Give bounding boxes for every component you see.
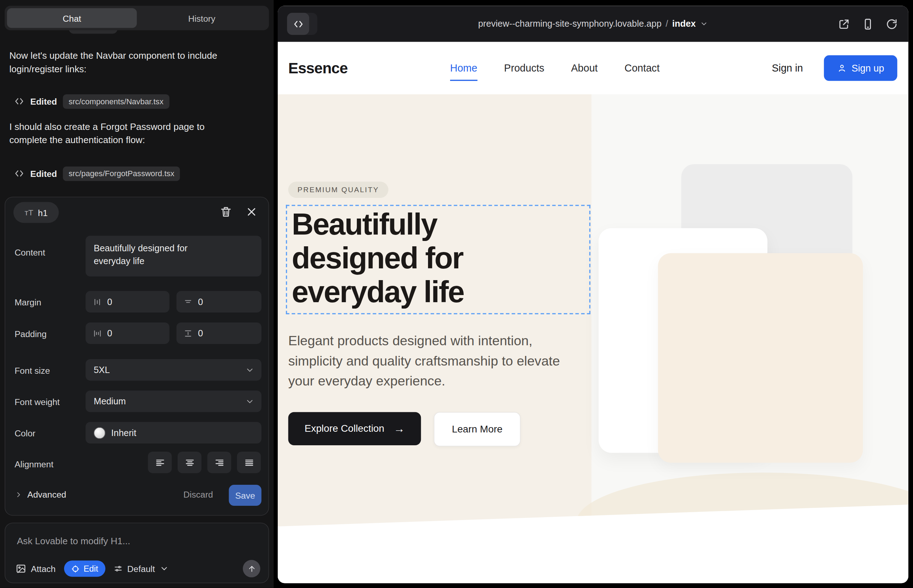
chat-message: Now let's update the Navbar component to…	[9, 49, 226, 76]
margin-vertical-icon	[183, 297, 193, 307]
selected-h1-outline[interactable]: Beautifully designed for everyday life	[286, 205, 590, 314]
save-button[interactable]: Save	[229, 485, 262, 506]
content-input[interactable]: Beautifully designed for everyday life	[86, 236, 261, 276]
margin-x-value: 0	[107, 297, 112, 307]
font-weight-value: Medium	[94, 396, 126, 407]
margin-x-input[interactable]: 0	[86, 291, 169, 313]
color-label: Color	[15, 428, 36, 438]
padding-y-value: 0	[198, 328, 203, 338]
hero-wave-shape	[576, 473, 908, 572]
sign-up-button[interactable]: Sign up	[824, 55, 897, 81]
refresh-icon[interactable]	[885, 18, 898, 30]
hero-cta-row: Explore Collection → Learn More	[288, 412, 520, 446]
advanced-label: Advanced	[28, 489, 66, 499]
content-value: Beautifully designed for everyday life	[94, 242, 217, 268]
align-left-button[interactable]	[148, 452, 172, 473]
padding-label: Padding	[15, 329, 47, 339]
edited-file-row: Edited src/components/Navbar.tsx	[14, 93, 169, 110]
chevron-right-icon	[15, 491, 23, 499]
nav-link-products[interactable]: Products	[504, 62, 544, 74]
code-icon	[14, 96, 24, 107]
padding-x-value: 0	[107, 328, 112, 338]
align-right-button[interactable]	[207, 452, 231, 473]
discard-button[interactable]: Discard	[183, 489, 213, 499]
padding-horizontal-icon	[92, 328, 102, 338]
explore-collection-button[interactable]: Explore Collection →	[288, 412, 421, 445]
hero-heading[interactable]: Beautifully designed for everyday life	[287, 206, 547, 310]
nav-link-home[interactable]: Home	[450, 62, 477, 81]
text-style-icon: тT	[24, 208, 33, 217]
tab-chat[interactable]: Chat	[7, 8, 137, 28]
nav-link-contact[interactable]: Contact	[625, 62, 660, 74]
font-size-value: 5XL	[94, 365, 110, 375]
advanced-toggle[interactable]: Advanced	[15, 489, 66, 499]
padding-x-input[interactable]: 0	[86, 323, 169, 344]
app-root: Chat History Now let's update the Navbar…	[0, 0, 913, 588]
composer-input[interactable]: Ask Lovable to modify H1...	[17, 536, 130, 546]
sign-up-label: Sign up	[852, 63, 884, 74]
chevron-down-icon	[160, 564, 169, 573]
nav-auth-actions: Sign in Sign up	[772, 42, 897, 94]
selected-element-pill[interactable]: тT h1	[13, 202, 59, 223]
color-value: Inherit	[111, 428, 136, 438]
explore-collection-label: Explore Collection	[304, 423, 384, 435]
chat-composer: Ask Lovable to modify H1... Attach Edit …	[5, 522, 269, 583]
code-view-button[interactable]	[287, 13, 309, 35]
align-justify-button[interactable]	[237, 452, 261, 473]
attach-label: Attach	[31, 564, 56, 574]
delete-element-button[interactable]	[219, 205, 232, 218]
site-logo[interactable]: Essence	[288, 42, 348, 94]
browser-actions	[838, 6, 898, 42]
send-button[interactable]	[243, 560, 260, 577]
site-navbar: Essence Home Products About Contact Sign…	[278, 42, 908, 94]
url-separator: /	[665, 18, 668, 29]
edited-label: Edited	[30, 97, 57, 107]
decor-card-cream	[658, 253, 863, 463]
url-breadcrumb[interactable]: preview--charming-site-symphony.lovable.…	[278, 18, 908, 29]
hero-badge: PREMIUM QUALITY	[288, 181, 388, 198]
margin-y-value: 0	[198, 297, 203, 307]
edited-label: Edited	[30, 168, 57, 178]
chevron-down-icon	[245, 365, 254, 375]
arrow-up-icon	[247, 564, 256, 573]
element-tag-label: h1	[38, 207, 48, 218]
route-name: index	[672, 18, 696, 29]
alignment-label: Alignment	[15, 459, 53, 469]
panel-tabs: Chat History	[5, 6, 269, 30]
learn-more-button[interactable]: Learn More	[434, 412, 521, 446]
file-chip[interactable]: src/components/Navbar.tsx	[63, 94, 169, 108]
site-page: Essence Home Products About Contact Sign…	[278, 42, 908, 583]
sign-in-link[interactable]: Sign in	[772, 62, 803, 74]
chevron-down-icon	[245, 396, 254, 406]
image-icon	[16, 564, 26, 574]
font-weight-label: Font weight	[15, 397, 60, 407]
attach-button[interactable]: Attach	[16, 564, 55, 574]
preview-url: preview--charming-site-symphony.lovable.…	[478, 18, 662, 29]
open-external-icon[interactable]	[838, 18, 850, 30]
preview-browser: preview--charming-site-symphony.lovable.…	[278, 6, 908, 583]
mobile-view-icon[interactable]	[862, 18, 874, 30]
color-swatch	[94, 427, 105, 438]
content-label: Content	[15, 247, 45, 257]
file-chip[interactable]: src/pages/ForgotPassword.tsx	[63, 166, 180, 181]
tab-history[interactable]: History	[137, 8, 267, 28]
nav-link-about[interactable]: About	[571, 62, 598, 74]
margin-y-input[interactable]: 0	[176, 291, 261, 313]
chevron-down-icon	[700, 20, 708, 28]
color-select[interactable]: Inherit	[86, 422, 261, 444]
align-center-button[interactable]	[178, 452, 202, 473]
font-weight-select[interactable]: Medium	[86, 391, 261, 412]
font-size-select[interactable]: 5XL	[86, 359, 261, 381]
close-editor-button[interactable]	[245, 205, 258, 218]
edit-label: Edit	[84, 564, 98, 573]
padding-vertical-icon	[183, 328, 193, 338]
edit-mode-button[interactable]: Edit	[64, 561, 105, 577]
hero-paragraph: Elegant products designed with intention…	[288, 331, 580, 391]
font-size-label: Font size	[15, 365, 50, 375]
chat-panel: Chat History Now let's update the Navbar…	[0, 0, 274, 588]
site-nav-links: Home Products About Contact	[450, 42, 659, 94]
model-select[interactable]: Default	[113, 564, 169, 574]
padding-y-input[interactable]: 0	[176, 323, 261, 344]
margin-label: Margin	[15, 297, 41, 307]
composer-toolbar: Attach Edit Default	[16, 559, 260, 578]
